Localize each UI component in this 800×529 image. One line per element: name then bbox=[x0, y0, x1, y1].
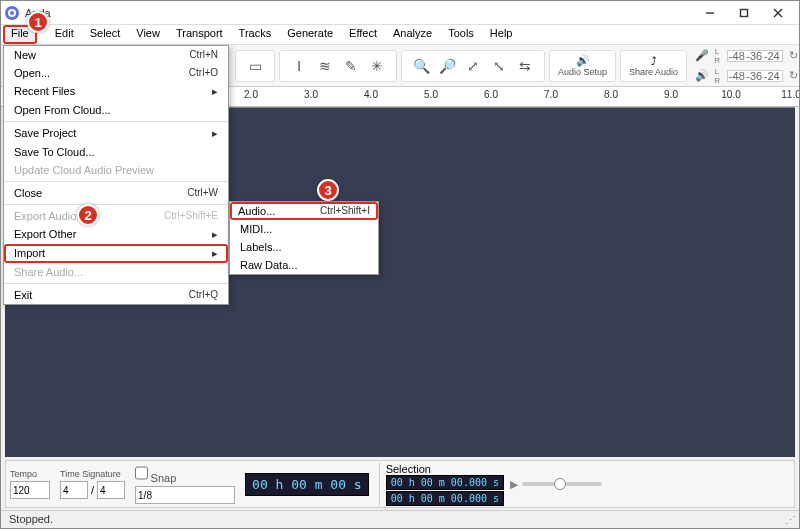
share-audio-label: Share Audio bbox=[629, 67, 678, 77]
maximize-button[interactable] bbox=[727, 2, 761, 24]
tempo-label: Tempo bbox=[10, 469, 50, 479]
selection-label: Selection bbox=[386, 463, 504, 475]
bottombar: Tempo Time Signature / Snap 00 h 00 m 00… bbox=[5, 460, 795, 508]
timesig-den-input[interactable] bbox=[97, 481, 125, 499]
menu-item-update-cloud: Update Cloud Audio Preview bbox=[4, 161, 228, 179]
selection-start[interactable]: 00 h 00 m 00.000 s bbox=[386, 475, 504, 490]
minimize-button[interactable] bbox=[693, 2, 727, 24]
loop-rec-icon[interactable]: ↻ bbox=[787, 49, 799, 62]
menubar: File Edit Select View Transport Tracks G… bbox=[1, 25, 799, 45]
menu-item-open-cloud[interactable]: Open From Cloud... bbox=[4, 101, 228, 119]
svg-rect-1 bbox=[741, 9, 748, 16]
submenu-item-midi[interactable]: MIDI... bbox=[230, 220, 378, 238]
ruler-tick: 5.0 bbox=[424, 89, 438, 100]
setup-icon[interactable]: ▭ bbox=[244, 55, 266, 77]
zoom-toggle-icon[interactable]: ⇆ bbox=[514, 55, 536, 77]
tempo-input[interactable] bbox=[10, 481, 50, 499]
audio-setup-button[interactable]: 🔊 Audio Setup bbox=[549, 50, 616, 82]
ruler-tick: 4.0 bbox=[364, 89, 378, 100]
timesig-section: Time Signature / bbox=[60, 469, 125, 499]
menu-effect[interactable]: Effect bbox=[341, 25, 385, 44]
menu-transport[interactable]: Transport bbox=[168, 25, 231, 44]
menu-help[interactable]: Help bbox=[482, 25, 521, 44]
callout-badge-1: 1 bbox=[27, 11, 49, 33]
fit-selection-icon[interactable]: ⤢ bbox=[462, 55, 484, 77]
timesig-sep: / bbox=[91, 484, 94, 496]
submenu-item-rawdata[interactable]: Raw Data... bbox=[230, 256, 378, 274]
menu-item-share-audio: Share Audio... bbox=[4, 263, 228, 281]
resize-grip[interactable] bbox=[785, 514, 797, 526]
menu-item-export-audio: Export Audio...Ctrl+Shift+E bbox=[4, 207, 228, 225]
fit-project-icon[interactable]: ⤡ bbox=[488, 55, 510, 77]
import-submenu: Audio...Ctrl+Shift+I MIDI... Labels... R… bbox=[229, 201, 379, 275]
menu-item-close[interactable]: CloseCtrl+W bbox=[4, 184, 228, 202]
mic-icon[interactable]: 🎤 bbox=[695, 49, 707, 62]
ruler-tick: 7.0 bbox=[544, 89, 558, 100]
play-level-label: LR bbox=[711, 67, 723, 85]
menu-tools[interactable]: Tools bbox=[440, 25, 482, 44]
envelope-tool-icon[interactable]: ≋ bbox=[314, 55, 336, 77]
selection-tool-icon[interactable]: Ⅰ bbox=[288, 55, 310, 77]
rec-level-label: LR bbox=[711, 47, 723, 65]
menu-item-save-project[interactable]: Save Project▸ bbox=[4, 124, 228, 143]
ruler-tick: 10.0 bbox=[721, 89, 740, 100]
ruler-tick: 6.0 bbox=[484, 89, 498, 100]
speaker-meter-icon[interactable]: 🔊 bbox=[695, 69, 707, 82]
zoom-out-icon[interactable]: 🔎 bbox=[436, 55, 458, 77]
app-title: Auda bbox=[25, 7, 693, 19]
submenu-item-labels[interactable]: Labels... bbox=[230, 238, 378, 256]
loop-play-icon[interactable]: ↻ bbox=[787, 69, 799, 82]
multi-tool-icon[interactable]: ✳ bbox=[366, 55, 388, 77]
timesig-num-input[interactable] bbox=[60, 481, 88, 499]
playback-meter[interactable]: -48-36-24 bbox=[727, 70, 783, 82]
record-meter[interactable]: -48-36-24 bbox=[727, 50, 783, 62]
submenu-item-audio[interactable]: Audio...Ctrl+Shift+I bbox=[230, 202, 378, 220]
play-speed-icon[interactable]: ▶ bbox=[510, 478, 518, 491]
menu-item-save-cloud[interactable]: Save To Cloud... bbox=[4, 143, 228, 161]
close-window-button[interactable] bbox=[761, 2, 795, 24]
speaker-icon: 🔊 bbox=[576, 54, 590, 67]
play-speed-control: ▶ bbox=[510, 478, 602, 491]
snap-checkbox[interactable] bbox=[135, 464, 148, 482]
snap-section: Snap bbox=[135, 464, 235, 504]
tool-group-tools: Ⅰ ≋ ✎ ✳ bbox=[279, 50, 397, 82]
titlebar: Auda bbox=[1, 1, 799, 25]
file-menu-dropdown: NewCtrl+N Open...Ctrl+O Recent Files▸ Op… bbox=[3, 45, 229, 305]
ruler-tick: 9.0 bbox=[664, 89, 678, 100]
app-icon bbox=[5, 6, 19, 20]
menu-item-open[interactable]: Open...Ctrl+O bbox=[4, 64, 228, 82]
tempo-section: Tempo bbox=[10, 469, 50, 499]
audio-setup-label: Audio Setup bbox=[558, 67, 607, 77]
menu-item-recent[interactable]: Recent Files▸ bbox=[4, 82, 228, 101]
selection-end[interactable]: 00 h 00 m 00.000 s bbox=[386, 491, 504, 506]
draw-tool-icon[interactable]: ✎ bbox=[340, 55, 362, 77]
ruler-tick: 3.0 bbox=[304, 89, 318, 100]
menu-tracks[interactable]: Tracks bbox=[231, 25, 280, 44]
timecode-value: 00 h 00 m 00 s bbox=[245, 473, 369, 496]
callout-badge-2: 2 bbox=[77, 204, 99, 226]
meters: 🎤 LR -48-36-24 ↻ 🔊 LR -48-36-24 ↻ bbox=[695, 47, 799, 85]
ruler-tick: 11.0 bbox=[781, 89, 800, 100]
menu-item-new[interactable]: NewCtrl+N bbox=[4, 46, 228, 64]
ruler-tick: 2.0 bbox=[244, 89, 258, 100]
selection-section: Selection 00 h 00 m 00.000 s 00 h 00 m 0… bbox=[379, 463, 504, 506]
tool-group-zoom: 🔍 🔎 ⤢ ⤡ ⇆ bbox=[401, 50, 545, 82]
timesig-label: Time Signature bbox=[60, 469, 125, 479]
menu-item-exit[interactable]: ExitCtrl+Q bbox=[4, 286, 228, 304]
menu-select[interactable]: Select bbox=[82, 25, 129, 44]
ruler-tick: 8.0 bbox=[604, 89, 618, 100]
play-speed-slider[interactable] bbox=[522, 482, 602, 486]
menu-item-import[interactable]: Import▸ bbox=[4, 244, 228, 263]
share-audio-button[interactable]: ⤴ Share Audio bbox=[620, 50, 687, 82]
zoom-in-icon[interactable]: 🔍 bbox=[410, 55, 432, 77]
tool-group-edit: ▭ bbox=[235, 50, 275, 82]
menu-item-export-other[interactable]: Export Other▸ bbox=[4, 225, 228, 244]
menu-edit[interactable]: Edit bbox=[47, 25, 82, 44]
timecode-display[interactable]: 00 h 00 m 00 s bbox=[245, 473, 369, 496]
menu-analyze[interactable]: Analyze bbox=[385, 25, 440, 44]
snap-select[interactable] bbox=[135, 486, 235, 504]
callout-badge-3: 3 bbox=[317, 179, 339, 201]
menu-view[interactable]: View bbox=[128, 25, 168, 44]
status-text: Stopped. bbox=[9, 513, 53, 525]
menu-generate[interactable]: Generate bbox=[279, 25, 341, 44]
